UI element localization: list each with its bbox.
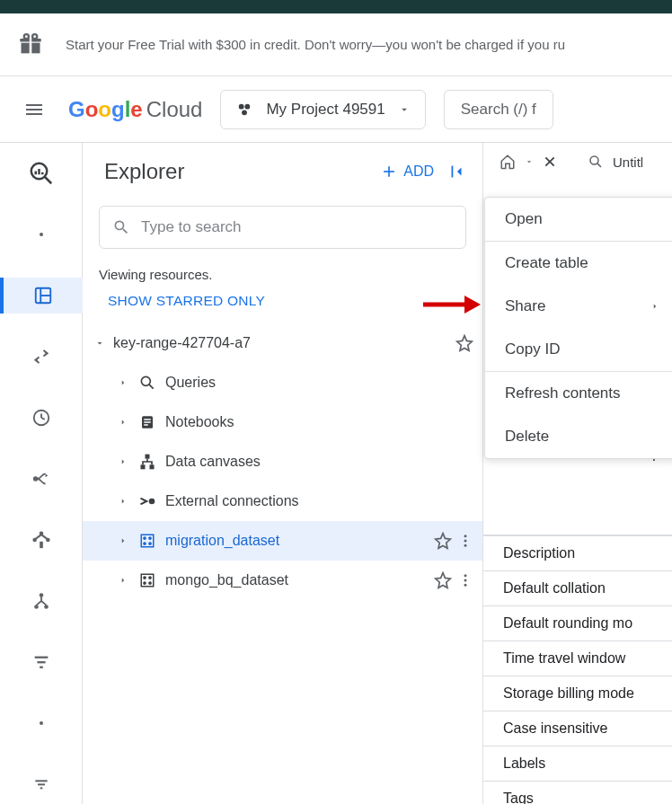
explorer-title: Explorer: [104, 159, 184, 184]
svg-point-54: [144, 537, 146, 539]
chevron-right-icon[interactable]: [117, 576, 129, 585]
menu-item-copy-id[interactable]: Copy ID: [485, 328, 672, 371]
menu-item-share[interactable]: Share: [485, 285, 672, 328]
rail-dot-2: [14, 705, 68, 741]
top-dark-bar: [0, 0, 672, 13]
info-row-default-collation: Default collation: [483, 570, 672, 605]
header-search-placeholder: Search (/) f: [461, 101, 536, 119]
tab-query-icon[interactable]: [588, 154, 604, 170]
svg-rect-27: [40, 542, 43, 548]
kebab-menu-button[interactable]: [457, 572, 473, 588]
rail-scheduled-icon[interactable]: [14, 400, 68, 436]
svg-point-66: [464, 574, 467, 577]
dataset-context-menu: Open Create table Share Copy ID Refresh …: [484, 197, 672, 459]
svg-point-10: [245, 103, 251, 109]
home-tab-icon[interactable]: [500, 154, 516, 170]
chevron-down-icon: [398, 103, 411, 116]
info-row-storage-billing: Storage billing mode: [483, 676, 672, 711]
rail-hierarchy-icon[interactable]: [14, 583, 68, 619]
chevron-right-icon[interactable]: [117, 497, 129, 506]
rail-filter-icon[interactable]: [14, 644, 68, 680]
migration-dataset-label: migration_dataset: [165, 533, 427, 549]
svg-point-26: [46, 538, 50, 543]
chevron-down-icon[interactable]: [93, 338, 106, 349]
chevron-right-icon[interactable]: [117, 378, 129, 387]
info-row-default-rounding: Default rounding mo: [483, 605, 672, 641]
hamburger-menu-button[interactable]: [18, 93, 50, 126]
search-icon: [112, 218, 130, 236]
svg-rect-6: [26, 104, 42, 106]
show-starred-only-link[interactable]: SHOW STARRED ONLY: [108, 293, 466, 309]
svg-rect-61: [141, 574, 154, 587]
chevron-right-icon[interactable]: [117, 418, 129, 427]
tab-untitled-label[interactable]: Untitl: [613, 155, 643, 170]
svg-point-72: [590, 156, 598, 164]
svg-point-57: [149, 543, 151, 544]
svg-line-73: [597, 163, 601, 167]
notebooks-label: Notebooks: [165, 414, 473, 430]
menu-item-create-table[interactable]: Create table: [485, 242, 672, 285]
info-row-tags: Tags: [483, 781, 672, 804]
svg-line-13: [44, 177, 51, 184]
resource-tree: key-range-427704-a7 Queries Notebooks Da…: [83, 323, 482, 600]
svg-point-5: [32, 34, 37, 39]
star-icon[interactable]: [455, 334, 473, 352]
svg-point-29: [34, 605, 39, 609]
svg-point-24: [39, 531, 43, 535]
menu-item-refresh[interactable]: Refresh contents: [485, 372, 672, 415]
queries-node[interactable]: Queries: [83, 363, 482, 402]
info-row-case-insensitive: Case insensitive: [483, 711, 672, 746]
rail-dataproc-icon[interactable]: [14, 522, 68, 558]
chevron-right-icon[interactable]: [117, 457, 129, 466]
info-rows: Description Default collation Default ro…: [483, 535, 672, 804]
data-canvases-node[interactable]: Data canvases: [83, 442, 482, 482]
star-icon[interactable]: [434, 571, 452, 589]
svg-point-23: [33, 477, 37, 481]
left-rail: [0, 143, 83, 804]
migration-dataset-node[interactable]: migration_dataset: [83, 521, 482, 561]
project-node[interactable]: key-range-427704-a7: [83, 323, 482, 363]
rail-small-filter-icon[interactable]: [14, 766, 68, 802]
dataset-icon: [137, 572, 158, 588]
svg-rect-8: [26, 113, 42, 115]
rail-explorer-active[interactable]: [0, 278, 83, 314]
svg-point-11: [243, 110, 248, 115]
mongo-bq-dataset-node[interactable]: mongo_bq_dataset: [83, 561, 482, 600]
rail-transfer-icon[interactable]: [14, 339, 68, 375]
explorer-search-input[interactable]: Type to search: [99, 206, 466, 249]
close-tab-button[interactable]: [543, 155, 557, 169]
menu-item-open[interactable]: Open: [485, 198, 672, 241]
kebab-menu-button[interactable]: [457, 533, 473, 549]
search-placeholder-text: Type to search: [141, 218, 242, 236]
rail-pubsub-icon[interactable]: [14, 461, 68, 497]
external-connections-label: External connections: [165, 493, 473, 509]
star-icon[interactable]: [434, 532, 452, 550]
project-name-label: My Project 49591: [266, 101, 385, 119]
project-picker[interactable]: My Project 49591: [220, 90, 425, 129]
chevron-down-icon[interactable]: [525, 157, 534, 166]
add-button[interactable]: ADD: [380, 163, 434, 181]
free-trial-banner: Start your Free Trial with $300 in credi…: [0, 13, 672, 76]
external-connections-node[interactable]: External connections: [83, 482, 482, 521]
svg-line-44: [149, 384, 154, 389]
svg-point-4: [24, 34, 29, 39]
svg-point-52: [149, 499, 155, 505]
header-search[interactable]: Search (/) f: [444, 90, 553, 129]
mongo-bq-dataset-label: mongo_bq_dataset: [165, 572, 427, 588]
svg-rect-34: [35, 780, 47, 782]
collapse-left-icon: [447, 162, 466, 181]
hamburger-icon: [23, 99, 45, 120]
explorer-header: Explorer ADD: [83, 143, 482, 193]
info-row-labels: Labels: [483, 746, 672, 781]
notebooks-node[interactable]: Notebooks: [83, 402, 482, 442]
collapse-panel-button[interactable]: [447, 162, 466, 181]
rail-bigquery-icon[interactable]: [14, 155, 68, 191]
project-icon: [235, 101, 253, 119]
gift-icon: [18, 32, 43, 57]
google-cloud-logo[interactable]: Google Cloud: [68, 97, 202, 122]
svg-point-64: [144, 582, 146, 584]
chevron-right-icon[interactable]: [117, 536, 129, 545]
viewing-resources-text: Viewing resources.: [99, 267, 466, 282]
menu-item-delete[interactable]: Delete: [485, 415, 672, 458]
svg-rect-46: [144, 419, 151, 420]
